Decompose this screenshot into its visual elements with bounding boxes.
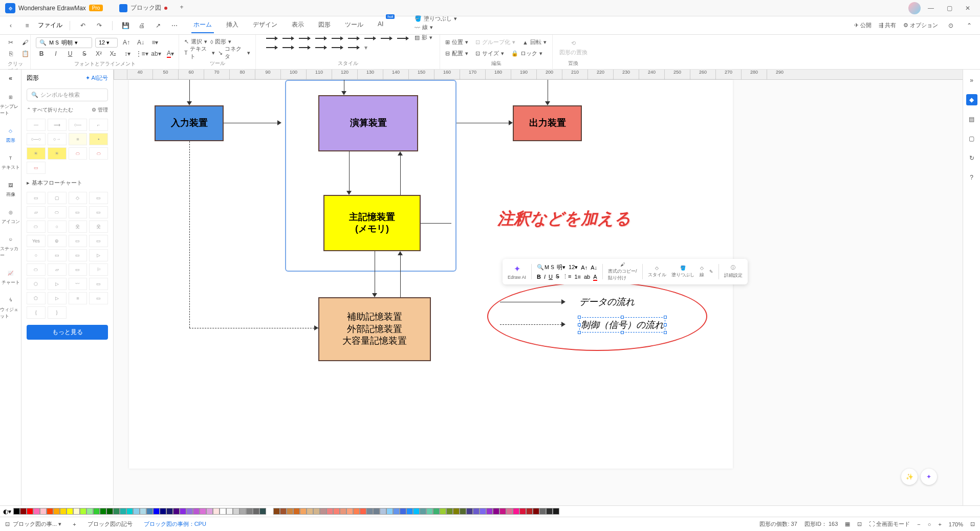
shape-brace2[interactable]: } <box>48 306 67 319</box>
options-button[interactable]: ⚙ オプション <box>903 21 938 29</box>
color-swatch[interactable] <box>499 508 506 515</box>
color-swatch[interactable] <box>340 508 346 515</box>
cut-button[interactable]: ✂ <box>5 37 16 48</box>
sheet-tab-2[interactable]: ブロック図の記号 <box>84 519 136 529</box>
rail-page[interactable]: ▤ <box>966 114 977 125</box>
annotation-text[interactable]: 注釈などを加える <box>497 208 631 230</box>
avatar-icon[interactable] <box>908 2 921 14</box>
color-swatch[interactable] <box>300 508 307 515</box>
color-swatch[interactable] <box>386 508 393 515</box>
shape-person[interactable]: 웃 <box>69 220 88 233</box>
color-swatch[interactable] <box>326 508 333 515</box>
nav-widget[interactable]: ϟウィジェット <box>0 295 21 320</box>
nav-chart[interactable]: 📈チャート <box>2 268 20 286</box>
connector-tool[interactable]: ↘ コネクタ ▾ <box>218 45 250 60</box>
nav-shapes[interactable]: ◇図形 <box>6 126 16 144</box>
float-underline[interactable]: U <box>549 274 553 280</box>
menu-insert[interactable]: 挿入 <box>224 17 241 33</box>
color-swatch[interactable] <box>246 508 253 515</box>
menu-ai[interactable]: AIhot <box>376 17 385 33</box>
float-bold[interactable]: B <box>537 274 541 280</box>
replace-shape[interactable]: ⟲図形の置換 <box>558 37 589 59</box>
color-swatch[interactable] <box>440 508 446 515</box>
color-swatch[interactable] <box>80 508 86 515</box>
color-swatch[interactable] <box>239 508 246 515</box>
maximize-button[interactable]: ▢ <box>941 2 957 14</box>
color-swatch[interactable] <box>273 508 280 515</box>
float-shrink[interactable]: A↓ <box>591 264 597 271</box>
color-swatch[interactable] <box>60 508 67 515</box>
paste-button[interactable]: 📋 <box>19 48 31 59</box>
bold-button[interactable]: B <box>36 48 47 59</box>
bullet-list[interactable]: ⋮≡▾ <box>136 48 147 59</box>
group-btn[interactable]: ⊡ グループ化▾ <box>475 38 515 46</box>
color-swatch[interactable] <box>33 508 40 515</box>
float-fill[interactable]: 🪣塗りつぶし <box>671 266 694 278</box>
float-list[interactable]: ⋮≡ <box>562 273 571 280</box>
color-swatch[interactable] <box>180 508 186 515</box>
position-btn[interactable]: ⊞ 位置▾ <box>445 38 468 46</box>
color-swatch[interactable] <box>400 508 406 515</box>
shape-rect6[interactable]: ▭ <box>69 249 88 261</box>
shape-para[interactable]: ▱ <box>27 206 46 218</box>
shape-trap[interactable]: ▱ <box>48 263 67 276</box>
float-color[interactable]: A <box>593 274 597 280</box>
fit-icon[interactable]: ⊡ <box>857 521 862 527</box>
case-button[interactable]: ab▾ <box>150 48 162 59</box>
shape-wave[interactable]: 〰 <box>69 278 88 290</box>
shape-preset[interactable]: ⬭ <box>89 147 108 160</box>
color-swatch[interactable] <box>186 508 193 515</box>
collapse-sidebar[interactable]: « <box>5 74 17 83</box>
undo-button[interactable]: ↶ <box>77 20 89 31</box>
color-swatch[interactable] <box>287 508 293 515</box>
shape-doc[interactable]: ▭ <box>69 235 88 247</box>
back-button[interactable]: ‹ <box>5 20 16 31</box>
minimize-button[interactable]: — <box>923 2 939 14</box>
zoom-level[interactable]: 170% <box>949 521 963 527</box>
color-swatch[interactable] <box>206 508 213 515</box>
nav-sticker[interactable]: ☺ステッカー <box>0 234 21 259</box>
color-swatch[interactable] <box>67 508 73 515</box>
font-grow[interactable]: A↑ <box>121 37 132 48</box>
shape-capsule[interactable]: ⬭ <box>48 206 67 218</box>
color-swatch[interactable] <box>200 508 206 515</box>
more-button[interactable]: ⋯ <box>169 20 180 31</box>
ai-symbol-button[interactable]: ✦ AI記号 <box>85 74 108 82</box>
color-swatch[interactable] <box>466 508 473 515</box>
shape-diamond[interactable]: ◇ <box>69 192 88 204</box>
color-swatch[interactable] <box>140 508 146 515</box>
float-pen[interactable]: ✎ <box>709 269 713 274</box>
color-swatch[interactable] <box>360 508 366 515</box>
shape-preset[interactable]: ○→ <box>48 133 67 145</box>
block-aux[interactable]: 補助記憶装置外部記憶装置大容量記憶装置 <box>318 297 431 361</box>
color-swatch[interactable] <box>353 508 360 515</box>
fold-all[interactable]: ⌃ すべて折りたたむ <box>27 106 73 114</box>
legend-ctrl-selected[interactable]: 制御（信号）の流れ <box>579 317 665 333</box>
float-case[interactable]: ab <box>584 274 590 280</box>
shape-tri[interactable]: ▷ <box>48 278 67 290</box>
color-swatch[interactable] <box>113 508 120 515</box>
shape-preset[interactable]: ≡ <box>69 133 88 145</box>
superscript[interactable]: X² <box>93 48 104 59</box>
color-swatch[interactable] <box>480 508 486 515</box>
color-swatch[interactable] <box>193 508 200 515</box>
shape-preset[interactable]: ▭ <box>27 162 46 174</box>
font-shrink[interactable]: A↓ <box>135 37 146 48</box>
color-swatch[interactable] <box>293 508 300 515</box>
line-spacing[interactable]: ↕▾ <box>122 48 133 59</box>
shape-preset[interactable]: ▪ <box>89 133 108 145</box>
sheet-menu-icon[interactable]: ⊡ <box>5 521 10 527</box>
float-line[interactable]: ◇線 <box>700 266 704 278</box>
export-button[interactable]: ↗ <box>153 20 164 31</box>
color-picker-icon[interactable]: ◐▾ <box>3 508 11 515</box>
color-swatch[interactable] <box>173 508 180 515</box>
font-select[interactable]: 🔍 ＭＳ 明朝 ▾ <box>36 37 92 48</box>
color-swatch[interactable] <box>253 508 259 515</box>
color-swatch[interactable] <box>13 508 20 515</box>
color-swatch[interactable] <box>460 508 466 515</box>
doc-tab[interactable]: ブロック図 <box>113 2 173 14</box>
color-swatch[interactable] <box>100 508 106 515</box>
color-swatch[interactable] <box>86 508 93 515</box>
shape-rect2[interactable]: ▭ <box>89 192 108 204</box>
float-detail[interactable]: ⓘ詳細設定 <box>724 264 743 279</box>
